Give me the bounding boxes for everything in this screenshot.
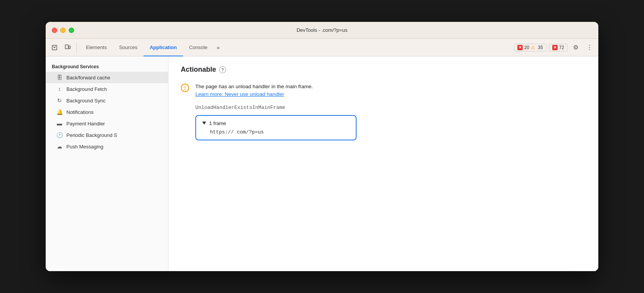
tabs: Elements Sources Application Console »: [80, 39, 512, 56]
help-icon[interactable]: ?: [219, 66, 226, 73]
sidebar-item-background-sync[interactable]: ↻ Background Sync: [46, 95, 168, 106]
close-button[interactable]: [52, 28, 57, 33]
window-title: DevTools - .com/?p=us: [297, 27, 348, 33]
content-title: Actionable ?: [181, 66, 586, 74]
sidebar-item-notifications[interactable]: 🔔 Notifications: [46, 106, 168, 118]
sidebar-section-title: Background Services: [46, 61, 168, 72]
main-content: Background Services 🗄 Back/forward cache…: [46, 56, 598, 271]
content-panel: Actionable ? ! The page has an unload ha…: [168, 56, 598, 271]
tab-elements[interactable]: Elements: [80, 39, 113, 56]
toolbar-divider: [76, 43, 77, 52]
frame-url: https:// com/?p=us: [202, 129, 350, 135]
sidebar-item-payment-handler[interactable]: ▬ Payment Handler: [46, 118, 168, 129]
sidebar-item-push-messaging[interactable]: ☁ Push Messaging: [46, 141, 168, 152]
svg-rect-2: [69, 46, 70, 49]
errors-badge[interactable]: ✕ 20 ⚠ 35: [514, 44, 547, 51]
issues-icon: ✕: [552, 45, 558, 50]
cloud-icon: ☁: [56, 143, 63, 150]
titlebar: DevTools - .com/?p=us: [46, 22, 598, 39]
sidebar: Background Services 🗄 Back/forward cache…: [46, 56, 168, 271]
vertical-dots-icon: ⋮: [586, 44, 593, 51]
minimize-button[interactable]: [60, 28, 66, 33]
gear-icon: ⚙: [573, 44, 578, 51]
bell-icon: 🔔: [56, 109, 63, 115]
more-menu-button[interactable]: ⋮: [584, 42, 595, 53]
toolbar: Elements Sources Application Console » ✕…: [46, 39, 598, 56]
traffic-lights: [52, 28, 74, 33]
sidebar-item-background-fetch[interactable]: ↕ Background Fetch: [46, 83, 168, 95]
payment-icon: ▬: [56, 120, 63, 127]
devtools-window: DevTools - .com/?p=us Elements Sources: [46, 22, 598, 271]
svg-rect-1: [65, 45, 68, 49]
frame-box: 1 frame https:// com/?p=us: [195, 115, 357, 140]
tab-console[interactable]: Console: [183, 39, 214, 56]
issues-badge[interactable]: ✕ 72: [549, 44, 568, 51]
settings-button[interactable]: ⚙: [570, 42, 581, 53]
issue-code: UnloadHandlerExistsInMainFrame: [195, 105, 586, 110]
expand-triangle-icon[interactable]: [202, 122, 206, 125]
tab-sources[interactable]: Sources: [113, 39, 144, 56]
warning-icon: ⚠: [531, 45, 536, 50]
clock-icon: 🕐: [56, 132, 63, 138]
inspector-icon[interactable]: [49, 42, 60, 53]
error-icon: ✕: [517, 45, 523, 50]
device-icon[interactable]: [62, 42, 73, 53]
cache-icon: 🗄: [56, 74, 63, 81]
toolbar-right: ✕ 20 ⚠ 35 ✕ 72 ⚙ ⋮: [514, 42, 595, 53]
tab-application[interactable]: Application: [144, 39, 183, 56]
sidebar-item-backforward-cache[interactable]: 🗄 Back/forward cache: [46, 72, 168, 83]
more-tabs-button[interactable]: »: [213, 44, 223, 51]
fetch-icon: ↕: [56, 86, 63, 92]
sync-icon: ↻: [56, 97, 63, 104]
sidebar-item-periodic-background[interactable]: 🕐 Periodic Background S: [46, 129, 168, 141]
issue-row: ! The page has an unload handler in the …: [181, 83, 586, 99]
maximize-button[interactable]: [69, 28, 74, 33]
learn-more-link[interactable]: Learn more: Never use unload handler: [195, 91, 284, 97]
issue-text: The page has an unload handler in the ma…: [195, 83, 313, 99]
frame-header: 1 frame: [202, 120, 350, 126]
warning-circle-icon: !: [181, 84, 189, 92]
